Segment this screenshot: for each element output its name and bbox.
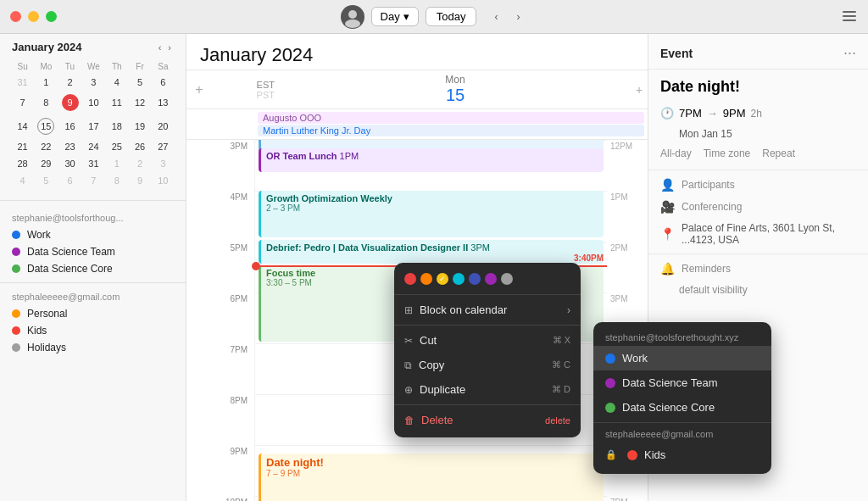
cal-day[interactable]: 9 bbox=[129, 173, 150, 188]
sidebar-item-data-science-core[interactable]: Data Science Core bbox=[0, 260, 186, 277]
weekday-mo: Mo bbox=[35, 60, 57, 73]
cal-day[interactable]: 3 bbox=[153, 156, 174, 171]
cal-day[interactable]: 29 bbox=[35, 156, 57, 171]
color-purple[interactable] bbox=[485, 273, 497, 285]
cal-day[interactable]: 20 bbox=[153, 115, 174, 137]
rp-more-button[interactable]: ··· bbox=[843, 44, 856, 62]
cal-day[interactable]: 27 bbox=[153, 139, 174, 154]
weekday-tu: Tu bbox=[58, 60, 81, 73]
cal-day[interactable]: 1 bbox=[106, 156, 127, 171]
cm-header: ✓ bbox=[394, 268, 581, 292]
sidebar-item-work[interactable]: Work bbox=[0, 226, 186, 243]
mini-prev-button[interactable]: ‹ bbox=[156, 42, 164, 53]
cal-day[interactable]: 13 bbox=[153, 92, 174, 114]
all-day-event-augusto[interactable]: Augusto OOO bbox=[258, 112, 644, 124]
color-orange[interactable] bbox=[420, 273, 432, 285]
cal-day[interactable]: 17 bbox=[83, 115, 105, 137]
cal-day[interactable]: 16 bbox=[58, 115, 81, 137]
cal-day[interactable]: 4 bbox=[12, 173, 33, 188]
add-event-button[interactable]: + bbox=[186, 82, 212, 97]
cal-day[interactable]: 15 bbox=[35, 115, 57, 137]
cal-day[interactable]: 11 bbox=[106, 92, 127, 114]
cal-day[interactable]: 23 bbox=[58, 139, 81, 154]
all-day-event-mlk[interactable]: Martin Luther King Jr. Day bbox=[258, 125, 644, 136]
cal-day[interactable]: 28 bbox=[12, 156, 33, 171]
cal-day[interactable]: 6 bbox=[153, 75, 174, 90]
today-button[interactable]: Today bbox=[426, 7, 477, 26]
cal-day[interactable]: 31 bbox=[12, 75, 33, 90]
minimize-button[interactable] bbox=[28, 11, 39, 22]
cal-day[interactable]: 5 bbox=[35, 173, 57, 188]
cp-item-data-science-team[interactable]: Data Science Team bbox=[593, 370, 771, 395]
trash-icon: 🗑 bbox=[404, 415, 415, 426]
time-zone-button[interactable]: Time zone bbox=[704, 148, 751, 159]
cm-cut[interactable]: ✂ Cut ⌘ X bbox=[394, 328, 581, 353]
cm-block-on-calendar[interactable]: ⊞ Block on calendar › bbox=[394, 298, 581, 322]
cal-day[interactable]: 8 bbox=[106, 173, 127, 188]
cal-day[interactable]: 30 bbox=[58, 156, 81, 171]
color-blue[interactable] bbox=[469, 273, 481, 285]
cal-day[interactable]: 5 bbox=[129, 75, 150, 90]
titlebar: Day ▾ Today ‹ › bbox=[0, 0, 868, 34]
cal-main-title: January 2024 bbox=[200, 44, 313, 66]
cal-day[interactable]: 2 bbox=[58, 75, 81, 90]
cm-duplicate[interactable]: ⊕ Duplicate ⌘ D bbox=[394, 377, 581, 402]
avatar[interactable] bbox=[341, 5, 364, 29]
cal-day[interactable]: 18 bbox=[106, 115, 127, 137]
next-arrow[interactable]: › bbox=[509, 8, 527, 26]
cal-day[interactable]: 12 bbox=[129, 92, 150, 114]
color-teal[interactable] bbox=[453, 273, 465, 285]
mini-next-button[interactable]: › bbox=[165, 42, 174, 53]
cm-copy-shortcut: ⌘ C bbox=[552, 359, 570, 370]
svg-point-0 bbox=[348, 10, 357, 19]
cm-delete[interactable]: 🗑 Delete delete bbox=[394, 408, 581, 432]
color-gray[interactable] bbox=[501, 273, 513, 285]
color-red[interactable] bbox=[404, 273, 416, 285]
sidebar-item-holidays[interactable]: Holidays bbox=[0, 339, 186, 356]
cal-day[interactable]: 2 bbox=[129, 156, 150, 171]
event-or-team-lunch[interactable]: OR Team Lunch 1PM bbox=[259, 148, 604, 172]
cal-day[interactable]: 14 bbox=[12, 115, 33, 137]
sidebar-item-personal[interactable]: Personal bbox=[0, 305, 186, 322]
cal-day[interactable]: 10 bbox=[83, 92, 105, 114]
current-time-label: 3:40PM bbox=[574, 253, 604, 263]
cal-day[interactable]: 3 bbox=[83, 75, 105, 90]
cp-item-data-science-core[interactable]: Data Science Core bbox=[593, 395, 771, 420]
cal-day[interactable]: 21 bbox=[12, 139, 33, 154]
cp-item-work[interactable]: Work bbox=[593, 346, 771, 370]
cal-day[interactable]: 19 bbox=[129, 115, 150, 137]
duplicate-icon: ⊕ bbox=[404, 384, 413, 396]
event-debrief-pedro[interactable]: Debrief: Pedro | Data Visualization Desi… bbox=[259, 240, 604, 264]
cal-day[interactable]: 31 bbox=[83, 156, 105, 171]
cal-day[interactable]: 26 bbox=[129, 139, 150, 154]
sidebar-item-kids[interactable]: Kids bbox=[0, 322, 186, 339]
cal-week-4: 21 22 23 24 25 26 27 bbox=[12, 139, 174, 154]
maximize-button[interactable] bbox=[46, 11, 57, 22]
cm-cut-shortcut: ⌘ X bbox=[553, 335, 570, 346]
cal-day[interactable]: 22 bbox=[35, 139, 57, 154]
cm-copy[interactable]: ⧉ Copy ⌘ C bbox=[394, 353, 581, 377]
rp-reminders-row: 🔔 Reminders bbox=[648, 258, 868, 280]
color-yellow-check[interactable]: ✓ bbox=[437, 273, 448, 285]
cal-day[interactable]: 25 bbox=[106, 139, 127, 154]
cal-day[interactable]: 7 bbox=[83, 173, 105, 188]
close-button[interactable] bbox=[10, 11, 21, 22]
cal-day[interactable]: 4 bbox=[106, 75, 127, 90]
sidebar-item-data-science-team[interactable]: Data Science Team bbox=[0, 243, 186, 260]
event-growth-optimization[interactable]: Growth Optimization Weekly 2 – 3 PM bbox=[259, 191, 604, 237]
cal-day[interactable]: 7 bbox=[12, 92, 33, 114]
view-selector[interactable]: Day ▾ bbox=[371, 7, 419, 26]
cal-day[interactable]: 8 bbox=[35, 92, 57, 114]
cp-item-kids[interactable]: 🔒 Kids bbox=[593, 443, 771, 467]
sidebar-toggle[interactable] bbox=[843, 10, 856, 24]
cal-day[interactable]: 1 bbox=[35, 75, 57, 90]
cal-day[interactable]: 24 bbox=[83, 139, 105, 154]
expand-button[interactable]: + bbox=[631, 83, 648, 97]
all-day-button[interactable]: All-day bbox=[660, 148, 692, 159]
cal-day[interactable]: 6 bbox=[58, 173, 81, 188]
prev-arrow[interactable]: ‹ bbox=[487, 8, 505, 26]
cal-day[interactable]: 10 bbox=[153, 173, 174, 188]
event-date-night[interactable]: Date night! 7 – 9 PM bbox=[259, 454, 604, 501]
cal-day[interactable]: 9 bbox=[58, 92, 81, 114]
repeat-button[interactable]: Repeat bbox=[762, 148, 795, 159]
